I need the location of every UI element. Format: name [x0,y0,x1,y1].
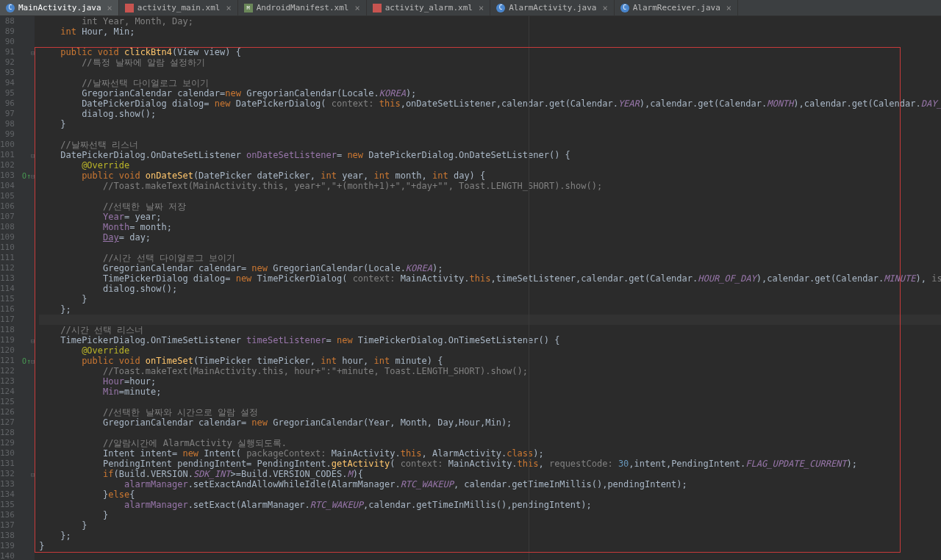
code-line[interactable]: GregorianCalendar calendar= new Gregoria… [39,417,941,428]
code-line[interactable]: //시간 선택 다이얼로그 보이기 [39,253,941,263]
code-line[interactable] [39,428,941,438]
code-line[interactable]: public void clickBtn4(View view) { [39,47,941,57]
tab-label: activity_main.xml [137,3,221,12]
code-line[interactable]: }else{ [39,489,941,500]
code-line[interactable]: if(Build.VERSION.SDK_INT>=Build.VERSION_… [39,469,941,479]
code-line[interactable]: GregorianCalendar calendar=new Gregorian… [39,88,941,98]
code-line[interactable]: dialog.show(); [39,284,941,294]
code-line[interactable]: DatePickerDialog dialog= new DatePickerD… [39,98,941,109]
code-line[interactable]: TimePickerDialog dialog= new TimePickerD… [39,273,941,284]
code-line[interactable]: //선택한 날짜 저장 [39,201,941,212]
line-number: 116 [0,304,15,315]
tab-AndroidManifest-xml[interactable]: MAndroidManifest.xml× [238,0,367,15]
code-line[interactable]: Month= month; [39,222,941,232]
code-line[interactable] [39,191,941,201]
line-number: 108 [0,222,15,232]
line-number: 95 [0,88,15,98]
code-line[interactable] [39,243,941,253]
code-line[interactable]: }; [39,531,941,541]
line-number: 128 [0,428,15,438]
code-line[interactable]: int Year, Month, Day; [39,16,941,26]
line-number: 102 [0,160,15,170]
close-icon[interactable]: × [355,3,360,13]
override-mark-icon[interactable]: O↑ [22,357,31,365]
code-line[interactable] [39,315,941,325]
line-number: 130 [0,448,15,459]
code-line[interactable] [39,129,941,140]
line-number: 101 [0,150,15,160]
code-line[interactable]: } [39,510,941,520]
close-icon[interactable]: × [726,3,731,13]
line-number: 96 [0,98,15,109]
line-number: 127 [0,417,15,428]
line-number: 109 [0,232,15,243]
tab-label: AlarmReceiver.java [633,3,720,12]
code-line[interactable]: //Toast.makeText(MainActivity.this, hour… [39,366,941,376]
line-number: 91 [0,47,15,57]
close-icon[interactable]: × [107,3,112,13]
code-line[interactable]: Year= year; [39,212,941,222]
code-line[interactable] [39,551,941,560]
line-number: 138 [0,531,15,541]
close-icon[interactable]: × [479,3,484,13]
code-line[interactable]: alarmManager.setExactAndAllowWhileIdle(A… [39,479,941,489]
file-type-icon [373,4,382,12]
close-icon[interactable]: × [602,3,607,13]
code-line[interactable]: //Toast.makeText(MainActivity.this, year… [39,181,941,191]
code-line[interactable] [39,68,941,78]
line-number: 135 [0,500,15,510]
code-line[interactable]: //특정 날짜에 알람 설정하기 [39,57,941,68]
tab-AlarmReceiver-java[interactable]: CAlarmReceiver.java× [615,0,738,15]
code-line[interactable]: //날짜선택 리스너 [39,140,941,150]
line-number: 106 [0,201,15,212]
line-number-gutter: 8889909192939495969798991001011021031041… [0,16,22,560]
code-editor[interactable]: 8889909192939495969798991001011021031041… [0,16,941,560]
code-line[interactable]: //알람시간에 AlarmActivity 실행되도록. [39,438,941,448]
line-number: 124 [0,387,15,397]
code-line[interactable]: @Override [39,160,941,170]
code-line[interactable] [39,37,941,47]
code-line[interactable]: public void onTimeSet(TimePicker timePic… [39,356,941,366]
code-line[interactable]: TimePickerDialog.OnTimeSetListener timeS… [39,335,941,345]
line-number: 110 [0,243,15,253]
code-line[interactable]: } [39,520,941,531]
line-number: 131 [0,459,15,469]
tab-activity_alarm-xml[interactable]: activity_alarm.xml× [367,0,490,15]
code-line[interactable] [39,397,941,407]
tab-AlarmActivity-java[interactable]: CAlarmActivity.java× [490,0,614,15]
line-number: 113 [0,273,15,284]
code-line[interactable]: Min=minute; [39,387,941,397]
code-line[interactable]: public void onDateSet(DatePicker datePic… [39,170,941,181]
code-line[interactable]: int Hour, Min; [39,26,941,37]
code-line[interactable]: }; [39,304,941,315]
code-line[interactable]: Intent intent= new Intent( packageContex… [39,448,941,459]
line-number: 140 [0,551,15,560]
code-line[interactable]: @Override [39,345,941,356]
code-line[interactable]: dialog.show(); [39,109,941,119]
line-number: 137 [0,520,15,531]
code-line[interactable]: } [39,119,941,129]
code-line[interactable]: //날짜선택 다이얼로그 보이기 [39,78,941,88]
code-line[interactable]: alarmManager.setExact(AlarmManager.RTC_W… [39,500,941,510]
code-line[interactable]: //선택한 날짜와 시간으로 알람 설정 [39,407,941,417]
tab-activity_main-xml[interactable]: activity_main.xml× [119,0,238,15]
code-line[interactable]: GregorianCalendar calendar= new Gregoria… [39,263,941,273]
tab-MainActivity-java[interactable]: CMainActivity.java× [0,0,119,15]
line-number: 126 [0,407,15,417]
line-number: 90 [0,37,15,47]
line-number: 121 [0,356,15,366]
override-mark-icon[interactable]: O↑ [22,172,31,180]
line-number: 105 [0,191,15,201]
line-number: 122 [0,366,15,376]
line-number: 94 [0,78,15,88]
code-line[interactable]: PendingIntent pendingIntent= PendingInte… [39,459,941,469]
code-line[interactable]: DatePickerDialog.OnDateSetListener onDat… [39,150,941,160]
line-number: 117 [0,315,15,325]
code-content[interactable]: int Year, Month, Day; int Hour, Min; pub… [35,16,941,560]
code-line[interactable]: Day= day; [39,232,941,243]
code-line[interactable]: } [39,294,941,304]
code-line[interactable]: Hour=hour; [39,376,941,387]
code-line[interactable]: //시간 선택 리스너 [39,325,941,335]
close-icon[interactable]: × [226,3,231,13]
code-line[interactable]: } [39,541,941,551]
